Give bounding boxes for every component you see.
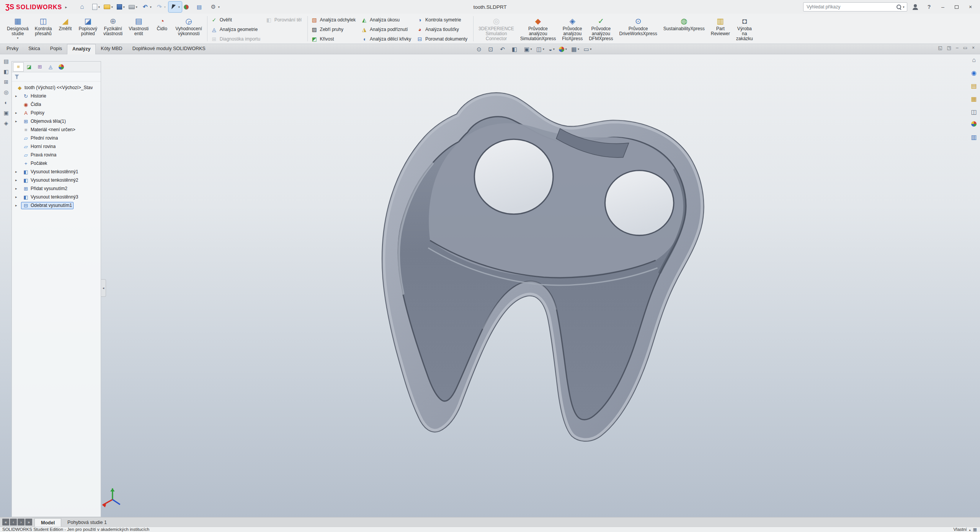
feature-tree-item[interactable]: ↻ Historie [12,92,101,100]
study-tab[interactable]: Model [34,518,61,527]
ribbon-button[interactable]: ◈ Průvodce analýzou FloXpress [559,15,586,43]
ribbon-button[interactable]: ◍ SustainabilityXpress [660,15,708,43]
units-selector[interactable]: Vlastní [953,527,977,532]
search-dropdown-icon[interactable] [902,5,905,9]
dock-control-button[interactable]: ◱ [938,45,942,50]
ribbon-button[interactable]: ⊙ Průvodce DriveWorksXpress [616,15,660,43]
ribbon-button[interactable]: ✓ Ověřit [209,15,264,24]
ribbon-button[interactable]: ◢ Změřit [55,15,75,43]
ribbon-button[interactable]: ⊕ Fyzikální vlastnosti [100,15,126,43]
hud-button[interactable]: ▣ [523,45,534,54]
qat-button[interactable] [103,2,115,12]
command-search-input[interactable]: Vyhledat příkazy [803,2,907,11]
task-pane-button[interactable]: ⌂ [972,57,976,63]
hud-button[interactable]: ◧ [510,45,522,54]
command-tab[interactable]: Analýzy [67,44,96,54]
qat-button[interactable] [116,2,127,12]
tab-scroll-button[interactable]: » [25,519,32,525]
expand-arrow-icon[interactable] [15,185,17,191]
ribbon-button[interactable]: ◫ Kontrola přesahů [32,15,55,43]
feature-tree-root[interactable]: ◆ tooth (Výchozí) <<Výchozí>_Stav [12,83,101,92]
left-toolbar-button[interactable]: ▤ [3,58,8,64]
minimize-button[interactable]: – [937,2,949,12]
featuremanager-tab[interactable]: ◬ [46,63,56,71]
feature-tree-item[interactable]: ≡ Materiál <není určen> [12,125,101,134]
expand-arrow-icon[interactable] [15,202,17,208]
qat-button[interactable] [127,2,139,12]
feature-tree-item[interactable]: ◧ Vysunout tenkostěnný1 [12,168,101,176]
featuremanager-tab[interactable]: ◪ [24,63,34,71]
hud-button[interactable]: ⊡ [487,45,498,54]
left-toolbar-button[interactable]: ◎ [4,89,8,95]
feature-tree-item[interactable]: ⊟ Odebrat vysunutím1 [12,201,101,210]
qat-button[interactable] [77,2,90,12]
ribbon-button[interactable]: ◖ Analýza dělicí křivky [359,34,415,44]
expand-arrow-icon[interactable] [15,110,17,115]
hud-button[interactable]: ⊙ [475,45,487,54]
task-pane-button[interactable]: ▤ [971,82,977,89]
feature-tree-item[interactable]: ▱ Horní rovina [12,142,101,151]
ribbon-button[interactable]: ◮ Analýza podříznutí [359,24,415,34]
command-tab[interactable]: Prvky [2,44,23,54]
ribbon-button[interactable]: ◧ Porovnání těl [264,15,305,24]
task-pane-button[interactable]: ▦ [971,95,977,102]
search-icon[interactable] [896,4,902,10]
featuremanager-tab[interactable]: ⊞ [35,63,45,71]
ribbon-button[interactable]: ▤ Vlastnosti entit [126,15,152,43]
qat-button[interactable] [208,2,222,12]
feature-tree-item[interactable]: ◧ Vysunout tenkostěnný2 [12,176,101,184]
tab-scroll-button[interactable]: ‹ [10,519,17,525]
command-tab[interactable]: Doplňkové moduly SOLIDWORKS [127,44,211,54]
feature-tree-item[interactable]: ▱ Pravá rovina [12,151,101,159]
ribbon-button[interactable]: ▥ Part Reviewer [708,15,733,43]
restore-button[interactable] [951,2,962,12]
feature-tree-item[interactable]: ▱ Přední rovina [12,134,101,142]
feature-tree-item[interactable]: A Popisy [12,109,101,117]
ribbon-button[interactable]: ▨ Zebří pruhy [310,24,359,34]
qat-button[interactable] [194,2,207,12]
feature-tree-item[interactable]: + Počátek [12,159,101,168]
feature-tree-item[interactable]: ◧ Vysunout tenkostěnný3 [12,193,101,201]
ribbon-button[interactable]: ◪ Popisový pohled [75,15,100,43]
ribbon-button[interactable]: ◶ Vyhodnocení výkonnosti [172,15,205,43]
filter-icon[interactable] [15,75,19,79]
qat-button[interactable] [183,2,193,12]
expand-arrow-icon[interactable] [15,169,17,174]
expand-arrow-icon[interactable] [15,93,17,98]
left-toolbar-button[interactable]: ▣ [3,110,8,116]
hud-button[interactable]: ● [557,45,569,54]
study-tab[interactable]: Pohybová studie 1 [61,518,113,527]
left-toolbar-button[interactable]: ◧ [3,68,8,75]
dock-control-button[interactable]: ▭ [963,45,967,50]
feature-tree-item[interactable]: ◉ Čidla [12,100,101,109]
left-toolbar-button[interactable]: ⊞ [4,79,8,85]
ribbon-button[interactable]: ◘ Výroba na zakázku [733,15,756,43]
qat-button[interactable] [140,2,154,12]
dock-control-button[interactable]: ◳ [947,45,951,50]
help-button[interactable]: ? [923,2,935,12]
task-pane-button[interactable]: ◉ [971,69,977,76]
graphics-viewport[interactable] [0,54,980,527]
left-toolbar-button[interactable]: ◐ [5,99,8,106]
ribbon-button[interactable]: ▧ Analýza odchylek [310,15,359,24]
collapse-panel-handle[interactable] [101,279,106,297]
hud-button[interactable]: ◒ [547,45,557,54]
command-tab[interactable]: Skica [23,44,45,54]
featuremanager-tab[interactable]: ● [56,63,66,71]
ribbon-button[interactable]: ◎ 3DEXPERIENCE Simulation Connector [475,15,517,43]
login-button[interactable] [910,2,921,12]
ribbon-button[interactable]: ◬ Analýza geometrie [209,24,264,34]
dock-control-button[interactable]: × [972,45,975,50]
tab-scroll-button[interactable]: › [18,519,24,525]
hud-button[interactable]: ◫ [535,45,547,54]
hud-button[interactable]: ▭ [582,45,594,54]
task-pane-button[interactable]: ● [971,121,977,128]
hud-button[interactable]: ▦ [570,45,581,54]
ribbon-button[interactable]: ◑ Kontrola symetrie [415,15,471,24]
ribbon-button[interactable]: ◆ Průvodce analýzou SimulationXpress [517,15,559,43]
expand-arrow-icon[interactable] [15,177,17,182]
ribbon-button[interactable]: ◕ Analýza tloušťky [415,24,471,34]
ribbon-button[interactable]: ◩ Křivost [310,34,359,44]
command-tab[interactable]: Kóty MBD [96,44,127,54]
expand-arrow-icon[interactable] [15,118,17,124]
